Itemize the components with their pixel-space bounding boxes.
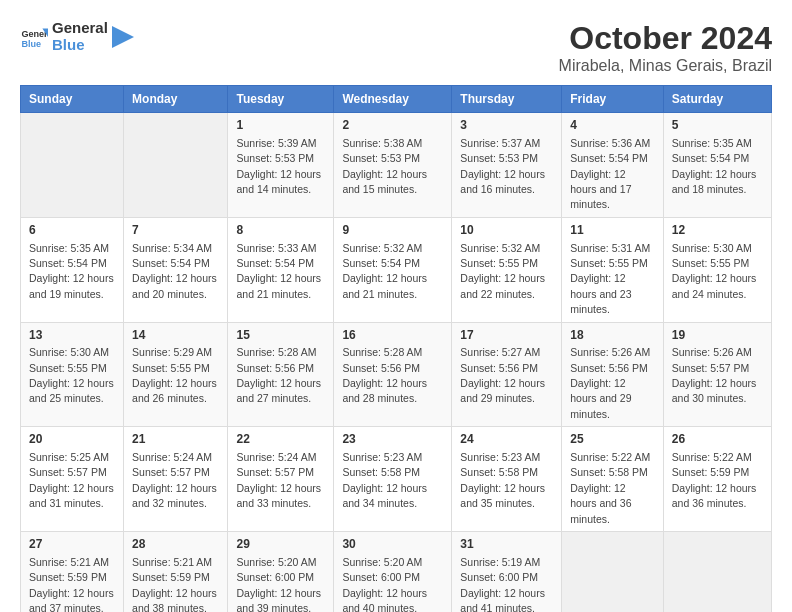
day-cell: 13Sunrise: 5:30 AMSunset: 5:55 PMDayligh… <box>21 322 124 427</box>
day-info: Sunrise: 5:29 AMSunset: 5:55 PMDaylight:… <box>132 346 217 404</box>
svg-text:Blue: Blue <box>21 38 41 48</box>
day-number: 8 <box>236 222 325 239</box>
day-info: Sunrise: 5:24 AMSunset: 5:57 PMDaylight:… <box>132 451 217 509</box>
day-cell: 19Sunrise: 5:26 AMSunset: 5:57 PMDayligh… <box>663 322 771 427</box>
day-info: Sunrise: 5:26 AMSunset: 5:56 PMDaylight:… <box>570 346 650 420</box>
day-number: 21 <box>132 431 219 448</box>
day-number: 9 <box>342 222 443 239</box>
day-cell: 9Sunrise: 5:32 AMSunset: 5:54 PMDaylight… <box>334 217 452 322</box>
page-title: October 2024 <box>559 20 772 57</box>
page-subtitle: Mirabela, Minas Gerais, Brazil <box>559 57 772 75</box>
header-cell-saturday: Saturday <box>663 86 771 113</box>
week-row-1: 1Sunrise: 5:39 AMSunset: 5:53 PMDaylight… <box>21 113 772 218</box>
day-cell: 21Sunrise: 5:24 AMSunset: 5:57 PMDayligh… <box>124 427 228 532</box>
day-number: 24 <box>460 431 553 448</box>
day-cell: 24Sunrise: 5:23 AMSunset: 5:58 PMDayligh… <box>452 427 562 532</box>
logo-text-line1: General <box>52 20 108 37</box>
day-cell: 3Sunrise: 5:37 AMSunset: 5:53 PMDaylight… <box>452 113 562 218</box>
day-cell: 17Sunrise: 5:27 AMSunset: 5:56 PMDayligh… <box>452 322 562 427</box>
day-number: 14 <box>132 327 219 344</box>
day-cell: 22Sunrise: 5:24 AMSunset: 5:57 PMDayligh… <box>228 427 334 532</box>
day-info: Sunrise: 5:20 AMSunset: 6:00 PMDaylight:… <box>236 556 321 612</box>
day-info: Sunrise: 5:30 AMSunset: 5:55 PMDaylight:… <box>29 346 114 404</box>
day-number: 15 <box>236 327 325 344</box>
header-row: SundayMondayTuesdayWednesdayThursdayFrid… <box>21 86 772 113</box>
header-cell-friday: Friday <box>562 86 664 113</box>
day-number: 29 <box>236 536 325 553</box>
day-info: Sunrise: 5:30 AMSunset: 5:55 PMDaylight:… <box>672 242 757 300</box>
day-number: 2 <box>342 117 443 134</box>
day-info: Sunrise: 5:22 AMSunset: 5:59 PMDaylight:… <box>672 451 757 509</box>
logo-icon: General Blue <box>20 23 48 51</box>
day-cell <box>663 532 771 613</box>
day-cell: 12Sunrise: 5:30 AMSunset: 5:55 PMDayligh… <box>663 217 771 322</box>
day-info: Sunrise: 5:22 AMSunset: 5:58 PMDaylight:… <box>570 451 650 525</box>
svg-marker-3 <box>112 26 134 48</box>
day-info: Sunrise: 5:21 AMSunset: 5:59 PMDaylight:… <box>29 556 114 612</box>
day-cell: 5Sunrise: 5:35 AMSunset: 5:54 PMDaylight… <box>663 113 771 218</box>
day-number: 31 <box>460 536 553 553</box>
day-info: Sunrise: 5:25 AMSunset: 5:57 PMDaylight:… <box>29 451 114 509</box>
day-info: Sunrise: 5:28 AMSunset: 5:56 PMDaylight:… <box>236 346 321 404</box>
day-cell: 4Sunrise: 5:36 AMSunset: 5:54 PMDaylight… <box>562 113 664 218</box>
day-info: Sunrise: 5:34 AMSunset: 5:54 PMDaylight:… <box>132 242 217 300</box>
day-number: 3 <box>460 117 553 134</box>
week-row-5: 27Sunrise: 5:21 AMSunset: 5:59 PMDayligh… <box>21 532 772 613</box>
day-number: 20 <box>29 431 115 448</box>
day-number: 22 <box>236 431 325 448</box>
day-cell: 26Sunrise: 5:22 AMSunset: 5:59 PMDayligh… <box>663 427 771 532</box>
day-info: Sunrise: 5:39 AMSunset: 5:53 PMDaylight:… <box>236 137 321 195</box>
day-info: Sunrise: 5:31 AMSunset: 5:55 PMDaylight:… <box>570 242 650 316</box>
day-info: Sunrise: 5:33 AMSunset: 5:54 PMDaylight:… <box>236 242 321 300</box>
week-row-3: 13Sunrise: 5:30 AMSunset: 5:55 PMDayligh… <box>21 322 772 427</box>
day-info: Sunrise: 5:36 AMSunset: 5:54 PMDaylight:… <box>570 137 650 211</box>
day-info: Sunrise: 5:35 AMSunset: 5:54 PMDaylight:… <box>672 137 757 195</box>
day-cell: 11Sunrise: 5:31 AMSunset: 5:55 PMDayligh… <box>562 217 664 322</box>
day-number: 12 <box>672 222 763 239</box>
day-info: Sunrise: 5:24 AMSunset: 5:57 PMDaylight:… <box>236 451 321 509</box>
header-cell-wednesday: Wednesday <box>334 86 452 113</box>
day-number: 23 <box>342 431 443 448</box>
day-number: 17 <box>460 327 553 344</box>
day-number: 4 <box>570 117 655 134</box>
header-cell-tuesday: Tuesday <box>228 86 334 113</box>
day-number: 18 <box>570 327 655 344</box>
title-block: October 2024 Mirabela, Minas Gerais, Bra… <box>559 20 772 75</box>
day-info: Sunrise: 5:27 AMSunset: 5:56 PMDaylight:… <box>460 346 545 404</box>
day-cell: 20Sunrise: 5:25 AMSunset: 5:57 PMDayligh… <box>21 427 124 532</box>
day-number: 19 <box>672 327 763 344</box>
logo-text-line2: Blue <box>52 37 108 54</box>
day-info: Sunrise: 5:35 AMSunset: 5:54 PMDaylight:… <box>29 242 114 300</box>
day-cell: 7Sunrise: 5:34 AMSunset: 5:54 PMDaylight… <box>124 217 228 322</box>
day-number: 1 <box>236 117 325 134</box>
day-info: Sunrise: 5:20 AMSunset: 6:00 PMDaylight:… <box>342 556 427 612</box>
day-number: 27 <box>29 536 115 553</box>
day-cell: 23Sunrise: 5:23 AMSunset: 5:58 PMDayligh… <box>334 427 452 532</box>
day-cell <box>124 113 228 218</box>
day-info: Sunrise: 5:23 AMSunset: 5:58 PMDaylight:… <box>460 451 545 509</box>
calendar-table: SundayMondayTuesdayWednesdayThursdayFrid… <box>20 85 772 612</box>
day-cell: 8Sunrise: 5:33 AMSunset: 5:54 PMDaylight… <box>228 217 334 322</box>
day-cell: 30Sunrise: 5:20 AMSunset: 6:00 PMDayligh… <box>334 532 452 613</box>
day-info: Sunrise: 5:23 AMSunset: 5:58 PMDaylight:… <box>342 451 427 509</box>
day-number: 7 <box>132 222 219 239</box>
day-number: 10 <box>460 222 553 239</box>
day-number: 11 <box>570 222 655 239</box>
day-number: 5 <box>672 117 763 134</box>
day-cell: 14Sunrise: 5:29 AMSunset: 5:55 PMDayligh… <box>124 322 228 427</box>
day-cell <box>562 532 664 613</box>
day-info: Sunrise: 5:32 AMSunset: 5:54 PMDaylight:… <box>342 242 427 300</box>
day-number: 28 <box>132 536 219 553</box>
day-cell: 2Sunrise: 5:38 AMSunset: 5:53 PMDaylight… <box>334 113 452 218</box>
day-number: 30 <box>342 536 443 553</box>
header-cell-thursday: Thursday <box>452 86 562 113</box>
day-cell: 27Sunrise: 5:21 AMSunset: 5:59 PMDayligh… <box>21 532 124 613</box>
day-number: 6 <box>29 222 115 239</box>
day-number: 26 <box>672 431 763 448</box>
logo-arrow-icon <box>112 26 134 48</box>
day-cell: 6Sunrise: 5:35 AMSunset: 5:54 PMDaylight… <box>21 217 124 322</box>
week-row-4: 20Sunrise: 5:25 AMSunset: 5:57 PMDayligh… <box>21 427 772 532</box>
day-number: 16 <box>342 327 443 344</box>
page-header: General Blue General Blue October 2024 M… <box>20 20 772 75</box>
day-info: Sunrise: 5:32 AMSunset: 5:55 PMDaylight:… <box>460 242 545 300</box>
